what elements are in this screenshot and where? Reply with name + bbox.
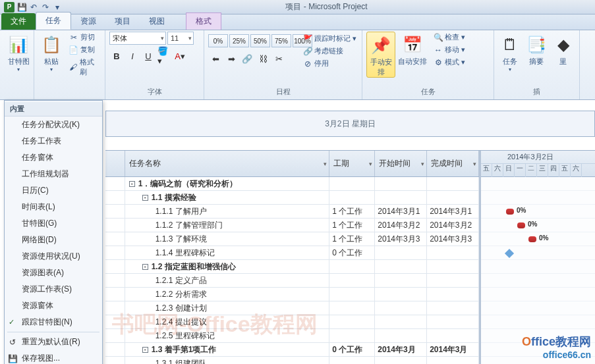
col-duration[interactable]: 工期▾ [329, 151, 375, 176]
respect-links-button[interactable]: 🔗考虑链接 [302, 45, 358, 57]
mark-on-track-button[interactable]: 🚩跟踪时标记 ▾ [302, 33, 358, 44]
cell-task-name[interactable]: -1.1 摸索经验 [125, 191, 330, 204]
table-row[interactable]: 1.1.3 了解环境1 个工作2014年3月32014年3月3 [105, 232, 479, 246]
tab-format[interactable]: 格式 [186, 13, 221, 30]
outline-toggle[interactable]: - [142, 347, 148, 353]
cell-finish[interactable]: 2014年3月2 [427, 219, 479, 232]
cell-finish[interactable] [427, 315, 479, 328]
cell-task-name[interactable]: 1.2.5 里程碑标记 [125, 329, 330, 342]
menu-item[interactable]: 资源工作表(S) [5, 281, 102, 298]
cell-task-name[interactable]: 1.2.2 分析需求 [125, 288, 330, 301]
cell-task-name[interactable]: -1.2 指定蓝图和增强信心 [125, 260, 330, 273]
cell-dur[interactable] [329, 288, 375, 301]
bold-button[interactable]: B [109, 49, 124, 63]
menu-save-view[interactable]: 💾保存视图... [5, 350, 102, 364]
cell-start[interactable] [375, 315, 427, 328]
cell-start[interactable]: 2014年3月 [375, 343, 427, 356]
save-icon[interactable]: 💾 [17, 3, 26, 12]
task-grid[interactable]: 任务名称▾ 工期▾ 开始时间▾ 完成时间▾ -1．编码之前（研究和分析）-1.1… [105, 151, 481, 364]
cell-finish[interactable]: 2014年3月 [427, 343, 479, 356]
timeline-strip[interactable]: 3月2日 星期日 [105, 111, 595, 137]
cell-finish[interactable] [427, 357, 479, 364]
italic-button[interactable]: I [125, 49, 140, 63]
cell-finish[interactable]: 2014年3月1 [427, 205, 479, 218]
cell-start[interactable] [375, 177, 427, 190]
cell-finish[interactable] [427, 329, 479, 342]
menu-item[interactable]: 网络图(D) [5, 232, 102, 248]
cell-start[interactable] [375, 301, 427, 315]
cell-finish[interactable] [427, 274, 479, 287]
gantt-chart[interactable]: 2014年3月2日 五六日一二三四五六 0%0%0% [481, 151, 595, 364]
table-row[interactable]: 1.2.5 里程碑标记 [105, 329, 479, 343]
cell-dur[interactable]: 1 个工作 [329, 219, 375, 232]
cell-start[interactable] [375, 191, 427, 204]
gantt-milestone[interactable] [505, 249, 514, 258]
cell-finish[interactable] [427, 288, 479, 301]
pct-25-button[interactable]: 25% [229, 34, 249, 47]
cell-finish[interactable] [427, 177, 479, 190]
summary-button[interactable]: 📑 摘要 [524, 32, 548, 66]
outline-toggle[interactable]: - [142, 195, 148, 201]
table-row[interactable]: 1.2.2 分析需求 [105, 288, 479, 301]
pct-50-button[interactable]: 50% [250, 34, 270, 47]
cell-task-name[interactable]: 1.1.2 了解管理部门 [125, 219, 330, 232]
cell-task-name[interactable]: -1．编码之前（研究和分析） [125, 177, 329, 190]
menu-item[interactable]: 任务窗体 [5, 149, 102, 166]
menu-item[interactable]: 工作组规划器 [5, 166, 102, 182]
task-insert-button[interactable]: 🗒 任务 ▾ [498, 32, 522, 72]
milestone-button[interactable]: ◆ 里 [552, 32, 575, 66]
cell-start[interactable] [375, 246, 427, 259]
cell-task-name[interactable]: 1.2.4 提出提议 [125, 315, 330, 328]
font-color-button[interactable]: A▾ [173, 49, 187, 63]
gantt-bar[interactable]: 0% [506, 209, 514, 215]
cell-task-name[interactable]: 1.2.3 创建计划 [125, 301, 330, 315]
inspect-button[interactable]: 🔍检查 ▾ [432, 32, 467, 43]
move-button[interactable]: ↔移动 ▾ [432, 44, 467, 55]
link-tasks-button[interactable]: 🔗 [240, 51, 254, 66]
table-row[interactable]: 1.2.4 提出提议 [105, 315, 479, 329]
indent-button[interactable]: ➡ [224, 51, 239, 66]
table-row[interactable]: -1．编码之前（研究和分析） [105, 177, 479, 191]
cell-start[interactable] [375, 357, 427, 364]
table-row[interactable]: -1.3 着手第1项工作0 个工作2014年3月2014年3月 [105, 343, 479, 357]
cell-start[interactable]: 2014年3月2 [375, 219, 427, 232]
cell-task-name[interactable]: 1.1.1 了解用户 [125, 205, 330, 218]
fill-color-button[interactable]: 🪣▾ [157, 49, 171, 63]
col-task-name[interactable]: 任务名称▾ [125, 151, 329, 176]
cell-start[interactable] [375, 329, 427, 342]
table-row[interactable]: 1.3.1 组建团队 [105, 357, 479, 364]
table-row[interactable]: 1.1.2 了解管理部门1 个工作2014年3月22014年3月2 [105, 219, 479, 232]
cell-dur[interactable] [329, 301, 375, 315]
cell-start[interactable] [375, 274, 427, 287]
table-row[interactable]: -1.1 摸索经验 [105, 191, 479, 205]
underline-button[interactable]: U [141, 49, 156, 63]
cell-start[interactable]: 2014年3月1 [375, 205, 427, 218]
gantt-bar[interactable]: 0% [528, 236, 536, 242]
cell-dur[interactable]: 0 个工作 [329, 246, 375, 259]
font-name-combo[interactable]: 宋体 [109, 32, 166, 45]
pct-0-button[interactable]: 0% [208, 34, 228, 47]
cell-start[interactable]: 2014年3月3 [375, 232, 427, 246]
auto-schedule-button[interactable]: 📅 自动安排 [398, 32, 427, 66]
split-task-button[interactable]: ✂ [271, 51, 286, 66]
outdent-button[interactable]: ⬅ [208, 51, 223, 66]
redo-icon[interactable]: ↷ [41, 3, 50, 12]
cell-finish[interactable] [427, 301, 479, 315]
unlink-tasks-button[interactable]: ⛓ [256, 51, 270, 66]
cell-dur[interactable]: 0 个工作 [329, 343, 375, 356]
col-start[interactable]: 开始时间▾ [375, 151, 427, 176]
menu-item[interactable]: 任务工作表 [5, 133, 102, 149]
col-finish[interactable]: 完成时间▾ [427, 151, 479, 176]
table-row[interactable]: 1.1.4 里程碑标记0 个工作 [105, 246, 479, 260]
cell-finish[interactable] [427, 260, 479, 273]
cell-task-name[interactable]: -1.3 着手第1项工作 [125, 343, 330, 356]
undo-icon[interactable]: ↶ [29, 3, 38, 12]
menu-item[interactable]: 时间表(L) [5, 199, 102, 215]
col-info[interactable] [105, 151, 125, 176]
cell-dur[interactable] [329, 191, 375, 204]
menu-item[interactable]: 甘特图(G) [5, 215, 102, 232]
qat-customize-icon[interactable]: ▾ [53, 3, 62, 12]
table-row[interactable]: 1.1.1 了解用户1 个工作2014年3月12014年3月1 [105, 205, 479, 219]
paste-button[interactable]: 📋 粘贴 ▾ [38, 32, 65, 72]
manually-schedule-button[interactable]: 📌 手动安排 [366, 32, 395, 78]
